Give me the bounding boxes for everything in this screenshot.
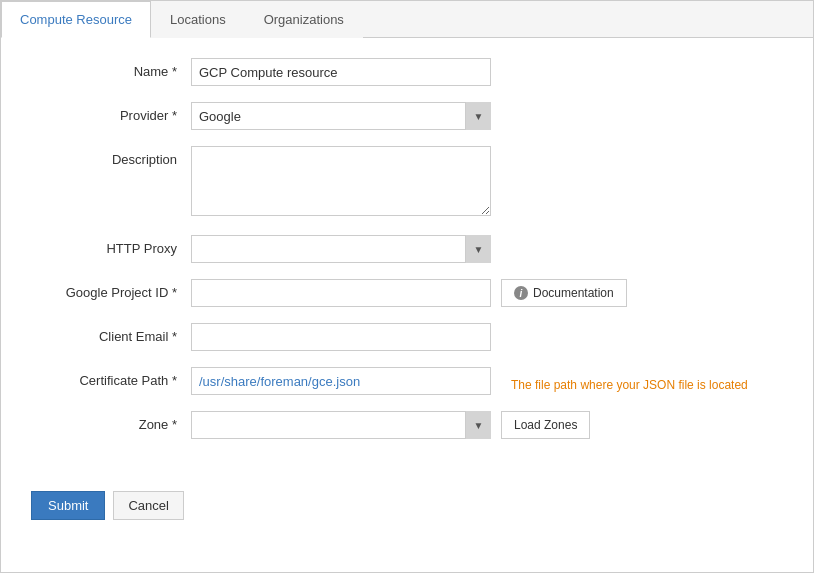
- form-area: Name * Provider * Google Amazon EC2 Azur…: [1, 38, 813, 475]
- http-proxy-select[interactable]: [191, 235, 491, 263]
- http-proxy-label: HTTP Proxy: [31, 235, 191, 256]
- provider-label: Provider *: [31, 102, 191, 123]
- http-proxy-control: ▼: [191, 235, 491, 263]
- tab-organizations[interactable]: Organizations: [245, 1, 363, 38]
- submit-button[interactable]: Submit: [31, 491, 105, 520]
- certificate-path-input[interactable]: [191, 367, 491, 395]
- zone-label: Zone *: [31, 411, 191, 432]
- description-label: Description: [31, 146, 191, 167]
- client-email-control: [191, 323, 491, 351]
- documentation-icon: i: [514, 286, 528, 300]
- description-row: Description: [31, 146, 783, 219]
- google-project-id-label: Google Project ID *: [31, 279, 191, 300]
- http-proxy-select-wrapper: ▼: [191, 235, 491, 263]
- provider-select[interactable]: Google Amazon EC2 Azure VMware: [191, 102, 491, 130]
- load-zones-button[interactable]: Load Zones: [501, 411, 590, 439]
- tab-locations[interactable]: Locations: [151, 1, 245, 38]
- zone-select[interactable]: [191, 411, 491, 439]
- http-proxy-row: HTTP Proxy ▼: [31, 235, 783, 263]
- zone-group: ▼ Load Zones: [191, 411, 590, 439]
- description-textarea[interactable]: [191, 146, 491, 216]
- certificate-path-group: The file path where your JSON file is lo…: [191, 367, 748, 395]
- google-project-id-row: Google Project ID * i Documentation: [31, 279, 783, 307]
- name-control: [191, 58, 491, 86]
- provider-row: Provider * Google Amazon EC2 Azure VMwar…: [31, 102, 783, 130]
- name-input[interactable]: [191, 58, 491, 86]
- certificate-path-hint: The file path where your JSON file is lo…: [501, 371, 748, 392]
- main-container: Compute Resource Locations Organizations…: [0, 0, 814, 573]
- form-footer: Submit Cancel: [1, 475, 813, 540]
- google-project-id-group: i Documentation: [191, 279, 627, 307]
- certificate-path-row: Certificate Path * The file path where y…: [31, 367, 783, 395]
- documentation-label: Documentation: [533, 286, 614, 300]
- provider-select-wrapper: Google Amazon EC2 Azure VMware ▼: [191, 102, 491, 130]
- description-control: [191, 146, 491, 219]
- cancel-button[interactable]: Cancel: [113, 491, 183, 520]
- client-email-input[interactable]: [191, 323, 491, 351]
- google-project-id-input[interactable]: [191, 279, 491, 307]
- client-email-row: Client Email *: [31, 323, 783, 351]
- tabs-bar: Compute Resource Locations Organizations: [1, 1, 813, 38]
- client-email-label: Client Email *: [31, 323, 191, 344]
- name-row: Name *: [31, 58, 783, 86]
- name-label: Name *: [31, 58, 191, 79]
- zone-row: Zone * ▼ Load Zones: [31, 411, 783, 439]
- documentation-button[interactable]: i Documentation: [501, 279, 627, 307]
- provider-control: Google Amazon EC2 Azure VMware ▼: [191, 102, 491, 130]
- zone-select-wrapper: ▼: [191, 411, 491, 439]
- certificate-path-label: Certificate Path *: [31, 367, 191, 388]
- tab-compute-resource[interactable]: Compute Resource: [1, 1, 151, 38]
